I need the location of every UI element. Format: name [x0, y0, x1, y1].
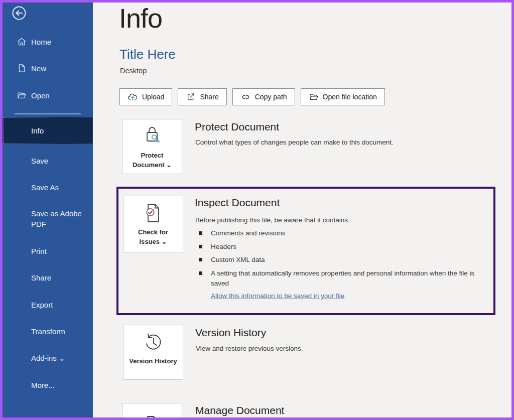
sidebar-item-export[interactable]: Export [3, 299, 93, 311]
copy-path-button[interactable]: Copy path [232, 88, 295, 105]
list-item: Custom XML data [195, 255, 490, 265]
list-item: Headers [195, 242, 490, 252]
sidebar-item-label: Print [31, 246, 47, 256]
new-document-icon [17, 63, 27, 73]
version-history-title: Version History [195, 327, 266, 339]
sidebar-item-label: Transform [31, 326, 65, 337]
document-toolbar: Upload Share Copy path [119, 88, 385, 105]
sidebar-item-home[interactable]: Home [3, 35, 93, 48]
list-item-text: Headers [211, 243, 236, 250]
sidebar-item-print[interactable]: Print [3, 245, 93, 257]
sidebar-item-label: Save [31, 156, 48, 166]
sidebar-item-label: Export [31, 300, 53, 310]
list-item-text: Comments and revisions [211, 229, 286, 237]
sidebar-item-save-as-adobe-pdf[interactable]: Save as Adobe PDF [3, 207, 93, 230]
sidebar-item-share[interactable]: Share [3, 271, 93, 284]
sidebar-item-open[interactable]: Open [3, 89, 93, 102]
sidebar-item-label: Save As [31, 182, 59, 193]
version-history-clock-icon [142, 330, 165, 356]
manage-document-tile[interactable] [122, 403, 182, 420]
inspect-document-description: Before publishing this file, be aware th… [195, 216, 350, 224]
check-for-issues-tile[interactable]: Check for Issues ⌄ [123, 196, 183, 252]
page-title: Info [119, 3, 162, 34]
manage-document-title: Manage Document [195, 404, 284, 416]
upload-cloud-icon [127, 92, 138, 102]
sidebar-item-label: Share [31, 272, 51, 283]
sidebar-item-label: Open [31, 91, 50, 100]
open-file-location-button[interactable]: Open file location [301, 88, 385, 105]
sidebar-item-save[interactable]: Save [3, 155, 93, 167]
open-file-location-button-label: Open file location [323, 93, 377, 101]
protect-document-tile-label: Protect Document ⌄ [126, 151, 178, 170]
check-document-icon [142, 201, 164, 227]
copy-path-button-label: Copy path [255, 93, 287, 101]
protect-document-description: Control what types of changes people can… [195, 138, 394, 146]
share-button-label: Share [200, 93, 218, 101]
version-history-tile-label: Version History [127, 357, 179, 366]
inspect-document-title: Inspect Document [195, 197, 280, 209]
sidebar-item-label: Save as Adobe PDF [31, 208, 87, 229]
bullet-square-icon [199, 231, 202, 235]
sidebar-item-label: New [31, 64, 46, 73]
upload-button[interactable]: Upload [119, 88, 172, 105]
bullet-square-icon [199, 245, 202, 248]
sidebar-item-label: Home [31, 38, 51, 46]
open-folder-icon [17, 90, 27, 100]
document-location: Desktop [120, 67, 147, 75]
document-title[interactable]: Title Here [119, 47, 176, 62]
word-backstage-window: Home New Open Info [0, 0, 514, 420]
check-for-issues-tile-label: Check for Issues ⌄ [127, 228, 179, 247]
list-item-text: Custom XML data [211, 256, 265, 263]
backstage-sidebar: Home New Open Info [3, 3, 93, 417]
sidebar-item-save-as[interactable]: Save As [3, 181, 93, 193]
version-history-description: View and restore previous versions. [196, 345, 303, 352]
protect-document-title: Protect Document [195, 121, 279, 133]
sidebar-divider [15, 113, 81, 114]
lock-key-icon [141, 124, 163, 150]
manage-document-icon [141, 408, 163, 420]
protect-document-tile[interactable]: Protect Document ⌄ [122, 119, 182, 174]
sidebar-item-label: Add-ins ⌄ [31, 353, 65, 363]
sidebar-item-more[interactable]: More... [3, 379, 93, 391]
folder-icon [309, 92, 319, 102]
sidebar-item-transform[interactable]: Transform [3, 325, 93, 337]
sidebar-item-info[interactable]: Info [3, 117, 93, 144]
upload-button-label: Upload [142, 93, 164, 101]
home-icon [17, 37, 27, 47]
share-button[interactable]: Share [178, 88, 226, 105]
bullet-square-icon [199, 271, 202, 275]
sidebar-item-new[interactable]: New [3, 62, 93, 75]
inspect-document-highlight-box: Check for Issues ⌄ Inspect Document Befo… [116, 187, 495, 315]
info-pane: Info Title Here Desktop Upload [93, 3, 511, 417]
allow-info-saved-link[interactable]: Allow this information to be saved in yo… [211, 292, 344, 300]
back-arrow-icon [11, 5, 27, 21]
sidebar-item-label: More... [31, 380, 55, 390]
sidebar-item-add-ins[interactable]: Add-ins ⌄ [3, 352, 93, 364]
list-item: Comments and revisions [195, 228, 490, 238]
list-item-text: A setting that automatically removes pro… [211, 269, 474, 287]
version-history-tile[interactable]: Version History [123, 325, 183, 380]
sidebar-item-label: Info [31, 126, 44, 135]
list-item: A setting that automatically removes pro… [195, 268, 490, 289]
link-icon [240, 92, 251, 102]
back-button[interactable] [11, 5, 27, 21]
inspect-document-findings-list: Comments and revisions Headers Custom XM… [195, 228, 490, 292]
bullet-square-icon [199, 258, 202, 261]
share-icon [186, 92, 196, 102]
